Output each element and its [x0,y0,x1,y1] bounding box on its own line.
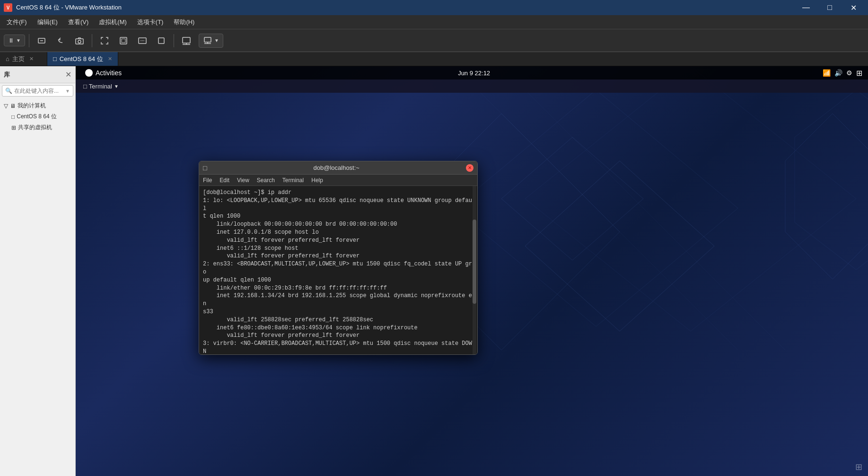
sidebar-search[interactable]: 🔍 ▼ [2,85,73,97]
vm-display[interactable]: Activities Jun 9 22:12 📶 🔊 ⚙ ⊞ □ Termina… [76,66,868,476]
sidebar: 库 ✕ 🔍 ▼ ▽ 🖥 我的计算机 □ CentOS 8 64 位 ⊞ [0,66,76,476]
svg-rect-4 [120,37,127,44]
app-title: CentOS 8 64 位 - VMware Workstation [16,3,791,12]
svg-rect-25 [89,71,91,73]
fit-window-button[interactable] [115,32,132,49]
gnome-datetime: Jun 9 22:12 [125,70,823,77]
menu-tabs[interactable]: 选项卡(T) [132,16,168,28]
terminal-window[interactable]: □ dob@localhost:~ ✕ File Edit View Searc… [199,161,478,355]
terminal-content: [dob@localhost ~]$ ip addr 1: lo: <LOOPB… [203,189,473,354]
pause-dropdown[interactable]: ⏸ ▼ [4,35,25,46]
terminal-close-button[interactable]: ✕ [466,164,473,172]
tab-bar: ⌂ 主页 ✕ □ CentOS 8 64 位 ✕ [0,52,868,66]
menu-view[interactable]: 查看(V) [63,16,93,28]
menu-edit[interactable]: 编辑(E) [33,16,62,28]
actual-size-button[interactable] [153,32,170,49]
actual-size-icon [157,36,166,45]
display-dropdown[interactable]: ▼ [199,34,223,48]
terminal-scrollbar[interactable] [473,186,476,354]
menu-file[interactable]: 文件(F) [2,16,32,28]
power-icon: ⚙ [846,69,852,77]
console-icon [182,36,191,45]
fullscreen-button[interactable] [96,32,113,49]
svg-marker-18 [525,161,714,331]
svg-rect-5 [122,39,125,43]
network-icon: 📶 [823,69,831,77]
tab-centos[interactable]: □ CentOS 8 64 位 ✕ [47,52,118,66]
svg-point-3 [78,40,81,43]
svg-marker-16 [454,90,738,326]
terminal-body[interactable]: [dob@localhost ~]$ ip addr 1: lo: <LOOPB… [199,186,477,354]
svg-rect-8 [158,38,164,44]
tab-home[interactable]: ⌂ 主页 ✕ [0,52,47,66]
svg-marker-19 [501,137,643,260]
search-dropdown-icon[interactable]: ▼ [65,88,70,94]
terminal-task-label: Terminal [89,83,112,90]
terminal-title-text: dob@localhost:~ [210,164,462,171]
terminal-scroll-thumb[interactable] [473,220,476,304]
gnome-topbar: Activities Jun 9 22:12 📶 🔊 ⚙ ⊞ [76,66,868,79]
menu-vm[interactable]: 虚拟机(M) [94,16,132,28]
tree-centos-label: CentOS 8 64 位 [17,113,57,121]
tree-group-my-computer: ▽ 🖥 我的计算机 □ CentOS 8 64 位 ⊞ 共享的虚拟机 [2,100,73,133]
snapshot-take-button[interactable] [71,32,88,49]
title-bar: V CentOS 8 64 位 - VMware Workstation — □… [0,0,868,15]
centos-tab-close[interactable]: ✕ [108,56,112,62]
tree-expand-icon: ▽ [4,103,8,109]
snapshot-take-icon [75,36,84,45]
corner-resize-indicator[interactable]: ⊞ [855,462,862,472]
terminal-menu-view[interactable]: View [237,177,249,184]
snapshot-revert-button[interactable] [52,32,69,49]
tree-my-computer-label: 我的计算机 [18,102,46,110]
terminal-menu-terminal[interactable]: Terminal [282,177,304,184]
home-tab-label: 主页 [12,55,25,63]
menu-bar: 文件(F) 编辑(E) 查看(V) 虚拟机(M) 选项卡(T) 帮助(H) [0,15,868,29]
terminal-task-dropdown[interactable]: ▼ [114,84,119,89]
terminal-menu-search[interactable]: Search [257,177,275,184]
ctrl-alt-del-icon [37,36,46,45]
activities-button[interactable]: Activities [81,69,125,77]
sidebar-title: 库 [4,71,10,79]
centos-desktop[interactable]: Activities Jun 9 22:12 📶 🔊 ⚙ ⊞ □ Termina… [76,66,868,476]
terminal-menu-edit[interactable]: Edit [219,177,229,184]
svg-line-20 [454,66,738,350]
console-button[interactable] [178,32,195,49]
tree-item-shared-vm[interactable]: ⊞ 共享的虚拟机 [2,122,73,133]
tree-my-computer[interactable]: ▽ 🖥 我的计算机 [2,100,73,111]
maximize-button[interactable]: □ [819,0,841,15]
fullscreen-icon [100,36,109,45]
menu-help[interactable]: 帮助(H) [169,16,199,28]
gnome-taskbar: □ Terminal ▼ [76,79,868,93]
pause-dropdown-arrow: ▼ [16,38,21,43]
minimize-button[interactable]: — [795,0,817,15]
svg-marker-22 [785,114,868,279]
svg-rect-12 [204,37,211,42]
svg-rect-27 [89,73,91,75]
terminal-task-icon: □ [83,83,87,90]
home-tab-close[interactable]: ✕ [29,56,34,62]
terminal-menu-file[interactable]: File [203,177,212,184]
sidebar-tree: ▽ 🖥 我的计算机 □ CentOS 8 64 位 ⊞ 共享的虚拟机 [0,98,75,476]
window-controls: — □ ✕ [795,0,864,15]
send-ctrl-alt-del-button[interactable] [33,32,50,49]
centos-tab-icon: □ [53,55,57,62]
terminal-menu-help[interactable]: Help [311,177,323,184]
search-input[interactable] [14,88,63,94]
terminal-menu-bar: File Edit View Search Terminal Help [199,175,477,186]
stretch-icon [138,36,147,45]
tree-item-centos[interactable]: □ CentOS 8 64 位 [2,111,73,122]
toolbar-sep-2 [92,34,92,47]
toolbar: ⏸ ▼ [0,29,868,52]
terminal-task-item[interactable]: □ Terminal ▼ [79,82,123,91]
tree-shared-label: 共享的虚拟机 [18,123,52,132]
computer-icon: 🖥 [10,103,16,109]
svg-marker-17 [525,66,856,331]
svg-rect-9 [183,37,190,43]
corner-expand-icon[interactable]: ⊞ [856,69,862,78]
display-dropdown-arrow: ▼ [214,38,219,43]
sidebar-close-button[interactable]: ✕ [65,70,71,79]
main-area: 库 ✕ 🔍 ▼ ▽ 🖥 我的计算机 □ CentOS 8 64 位 ⊞ [0,66,868,476]
datetime-label: Jun 9 22:12 [458,70,490,77]
close-button[interactable]: ✕ [842,0,864,15]
stretch-button[interactable] [134,32,151,49]
